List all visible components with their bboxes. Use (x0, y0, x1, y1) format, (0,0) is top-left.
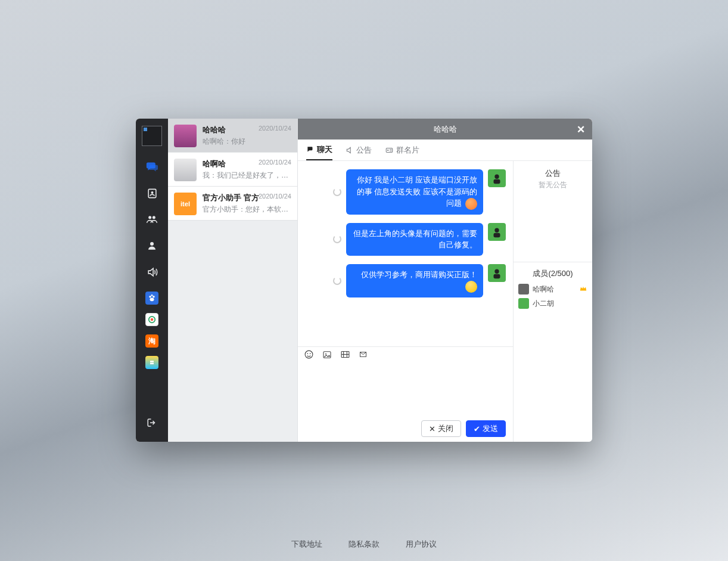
message-bubble: 你好 我是小二胡 应该是端口没开放的事 信息发送失败 应该不是源码的问题 (346, 169, 483, 215)
side-panel: 公告 暂无公告 成员(2/500) 哈啊哈 小二胡 (514, 161, 592, 442)
conversation-avatar: itel (174, 193, 197, 215)
svg-rect-20 (494, 274, 500, 278)
tab-announce[interactable]: 公告 (346, 140, 372, 160)
logout-icon (147, 417, 157, 428)
footer-terms-link[interactable]: 用户协议 (406, 540, 437, 548)
message-avatar (488, 223, 506, 241)
emoji-flush-icon (465, 198, 477, 210)
svg-rect-18 (494, 233, 500, 237)
person-icon (147, 240, 157, 251)
emoji-grin-icon (465, 281, 477, 293)
svg-point-4 (150, 242, 154, 246)
svg-point-15 (494, 175, 499, 179)
send-button[interactable]: ✔ 发送 (466, 420, 506, 437)
svg-point-17 (494, 228, 499, 232)
conversation-list: 哈哈哈 哈啊哈：你好 2020/10/24 哈啊哈 我：我们已经是好友了，很高.… (168, 119, 298, 442)
nav-chat[interactable] (142, 157, 162, 177)
conversation-time: 2020/10/24 (259, 159, 291, 166)
sound-icon (147, 266, 158, 278)
sending-spinner-icon (333, 235, 341, 243)
message-row: 但是左上角的头像是有问题的，需要自己修复。 (305, 223, 506, 256)
message-input[interactable] (304, 368, 507, 412)
check-icon: ✔ (474, 424, 480, 433)
group-icon (146, 213, 158, 225)
conversation-time: 2020/10/24 (259, 125, 291, 132)
sidebar: 淘 (136, 119, 168, 442)
nav-sound[interactable] (142, 262, 162, 282)
brand-baidu[interactable] (145, 292, 158, 305)
chat-tabs: 聊天 公告 群名片 (298, 140, 592, 161)
card-icon (385, 146, 394, 154)
svg-point-22 (307, 353, 309, 354)
brand-taobao[interactable]: 淘 (145, 334, 158, 348)
footer-links: 下载地址 隐私条款 用户协议 (0, 539, 728, 550)
nav-contacts[interactable] (142, 183, 162, 203)
message-list[interactable]: 你好 我是小二胡 应该是端口没开放的事 信息发送失败 应该不是源码的问题 但是左… (298, 161, 513, 346)
announce-box: 公告 暂无公告 (514, 161, 592, 262)
member-row[interactable]: 哈啊哈 (518, 284, 587, 295)
conversation-avatar (174, 159, 197, 181)
chat-icon (146, 161, 158, 173)
conversation-preview: 官方小助手：您好，本软件正... (203, 204, 291, 215)
conversation-item[interactable]: 哈哈哈 哈啊哈：你好 2020/10/24 (168, 119, 297, 153)
brand-app[interactable] (145, 356, 158, 369)
owner-crown-icon (579, 284, 587, 293)
message-avatar (488, 264, 506, 282)
logout-button[interactable] (147, 417, 157, 431)
messages-column: 你好 我是小二胡 应该是端口没开放的事 信息发送失败 应该不是源码的问题 但是左… (298, 161, 514, 442)
message-avatar (488, 169, 506, 187)
announce-empty: 暂无公告 (518, 180, 587, 190)
chat-title: 哈哈哈 (434, 124, 457, 135)
svg-point-6 (153, 296, 155, 298)
image-button[interactable] (322, 350, 332, 362)
close-button[interactable]: ✕ 关闭 (421, 420, 461, 437)
svg-point-12 (387, 149, 388, 150)
nav-group[interactable] (142, 209, 162, 230)
composer-actions: ✕ 关闭 ✔ 发送 (298, 416, 513, 442)
film-icon (340, 349, 350, 359)
message-bubble: 但是左上角的头像是有问题的，需要自己修复。 (346, 223, 483, 256)
conversation-item[interactable]: itel 官方小助手 官方 官方小助手：您好，本软件正... 2020/10/2… (168, 187, 297, 221)
chat-body: 你好 我是小二胡 应该是端口没开放的事 信息发送失败 应该不是源码的问题 但是左… (298, 161, 592, 442)
file-button[interactable] (359, 350, 368, 361)
chat-panel: 哈哈哈 ✕ 聊天 公告 群名片 (298, 119, 592, 442)
conversation-item[interactable]: 哈啊哈 我：我们已经是好友了，很高... 2020/10/24 (168, 153, 297, 187)
emoji-button[interactable] (304, 349, 314, 362)
nav-person[interactable] (142, 235, 162, 256)
member-row[interactable]: 小二胡 (518, 298, 587, 309)
user-avatar[interactable] (142, 126, 162, 146)
tab-card[interactable]: 群名片 (385, 140, 419, 160)
sending-spinner-icon (333, 277, 341, 285)
member-name: 哈啊哈 (533, 284, 554, 295)
conversation-preview: 我：我们已经是好友了，很高... (203, 171, 291, 181)
member-avatar (518, 284, 529, 295)
svg-point-1 (151, 191, 153, 193)
message-row: 你好 我是小二胡 应该是端口没开放的事 信息发送失败 应该不是源码的问题 (305, 169, 506, 215)
svg-point-7 (151, 295, 153, 296)
image-icon (322, 350, 332, 359)
members-title: 成员(2/500) (518, 268, 587, 279)
chat-window: 淘 哈哈哈 哈啊哈：你好 2020/10/24 哈啊哈 我：我们已经是好友了，很… (136, 119, 592, 442)
brand-tencent[interactable] (145, 313, 158, 326)
member-name: 小二胡 (533, 299, 554, 309)
conversation-time: 2020/10/24 (259, 193, 291, 200)
footer-download-link[interactable]: 下载地址 (291, 540, 322, 548)
speaker-icon (346, 146, 354, 154)
message-bubble: 仅供学习参考，商用请购买正版！ (346, 264, 483, 297)
member-avatar (518, 298, 529, 309)
footer-privacy-link[interactable]: 隐私条款 (349, 540, 379, 548)
comments-icon (306, 145, 315, 154)
svg-point-5 (149, 296, 151, 298)
svg-point-23 (310, 353, 311, 354)
tab-chat[interactable]: 聊天 (306, 140, 332, 160)
contacts-icon (147, 188, 158, 199)
composer-area (298, 364, 513, 416)
close-window-button[interactable]: ✕ (577, 123, 585, 136)
message-row: 仅供学习参考，商用请购买正版！ (305, 264, 506, 297)
composer-toolbar (298, 346, 513, 364)
envelope-icon (359, 350, 368, 359)
svg-point-25 (325, 353, 326, 354)
x-icon: ✕ (429, 424, 435, 433)
video-button[interactable] (340, 349, 350, 362)
announce-title: 公告 (518, 168, 587, 179)
